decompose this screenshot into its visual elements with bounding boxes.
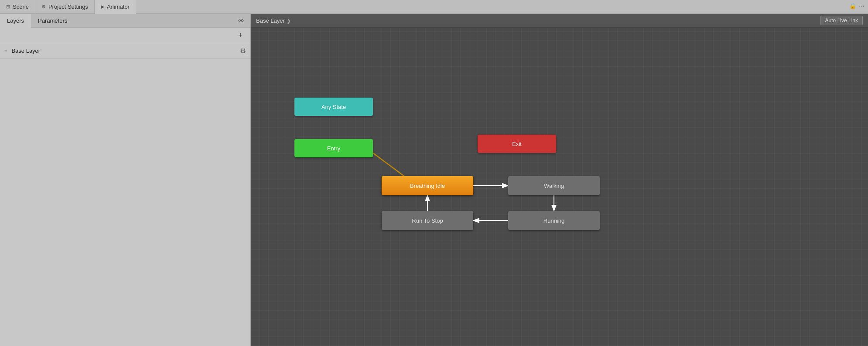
animator-panel[interactable]: Base Layer ❯ Auto Live Link [251,14,868,346]
breadcrumb-arrow-icon: ❯ [287,18,291,24]
node-entry[interactable]: Entry [294,139,373,157]
layer-name-label: Base Layer [11,47,236,54]
settings-icon: ⚙ [41,4,46,10]
breadcrumb-bar: Base Layer ❯ Auto Live Link [251,14,868,28]
tab-parameters-label: Parameters [38,17,67,24]
tab-bar: ⊞ Scene ⚙ Project Settings ▶ Animator 🔒 … [0,0,868,14]
tab-layers[interactable]: Layers [0,14,31,28]
tab-parameters[interactable]: Parameters [31,14,74,28]
lock-icon: 🔒 [849,3,856,9]
node-any-state[interactable]: Any State [294,98,373,116]
tab-animator-label: Animator [107,3,130,10]
left-panel: Layers Parameters 👁 + ≡ Base Layer ⚙ [0,14,251,346]
animator-canvas[interactable]: Any State Entry Exit Breathing Idle Walk… [251,28,868,346]
main-container: Layers Parameters 👁 + ≡ Base Layer ⚙ Bas… [0,14,868,346]
lock-icons: 🔒 ⋯ [849,3,865,9]
node-breathing-idle[interactable]: Breathing Idle [382,176,473,195]
any-state-label: Any State [321,104,346,110]
breadcrumb-label: Base Layer [256,17,285,24]
panel-tabs: Layers Parameters 👁 [0,14,250,28]
node-walking[interactable]: Walking [508,176,600,195]
layer-handle-icon: ≡ [4,48,7,54]
animator-icon: ▶ [101,4,104,10]
tab-animator[interactable]: ▶ Animator [95,0,136,14]
run-to-stop-label: Run To Stop [412,217,443,224]
node-run-to-stop[interactable]: Run To Stop [382,211,473,230]
walking-label: Walking [544,183,564,189]
eye-icon[interactable]: 👁 [238,17,244,24]
layer-settings-button[interactable]: ⚙ [240,47,246,55]
add-layer-button[interactable]: + [236,31,245,40]
base-layer-row[interactable]: ≡ Base Layer ⚙ [0,43,250,59]
exit-label: Exit [512,141,522,147]
tab-scene[interactable]: ⊞ Scene [0,0,35,14]
scene-icon: ⊞ [6,4,10,10]
panel-toolbar: + [0,28,250,43]
node-exit[interactable]: Exit [478,135,556,153]
tab-scene-label: Scene [13,3,29,10]
node-running[interactable]: Running [508,211,600,230]
tab-layers-label: Layers [7,17,24,24]
auto-live-link-button[interactable]: Auto Live Link [820,16,863,25]
tab-project-settings-label: Project Settings [48,3,88,10]
running-label: Running [543,217,564,224]
breathing-idle-label: Breathing Idle [410,183,445,189]
entry-label: Entry [327,145,340,152]
unlock-icon: ⋯ [859,3,865,9]
tab-project-settings[interactable]: ⚙ Project Settings [35,0,95,14]
